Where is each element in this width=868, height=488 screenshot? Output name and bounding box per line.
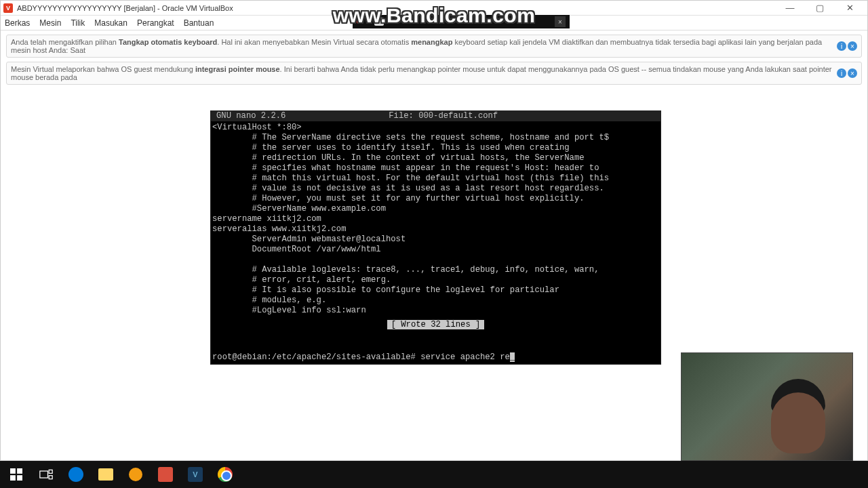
minimize-button[interactable]: — [775,1,805,16]
file-explorer-icon[interactable] [92,461,119,488]
info-icon[interactable]: i [837,41,846,51]
nano-body[interactable]: <VirtualHost *:80> # The ServerName dire… [211,121,660,316]
svg-rect-0 [10,468,16,474]
svg-rect-2 [10,475,16,481]
shell-prompt[interactable]: root@debian:/etc/apache2/sites-available… [212,352,515,363]
info-dismiss-icon[interactable]: × [848,68,857,78]
svg-rect-5 [49,470,52,473]
menu-berkas[interactable]: Berkas [5,18,30,28]
svg-rect-3 [17,475,22,481]
virtualbox-icon: V [3,3,13,13]
menu-mesin[interactable]: Mesin [39,18,61,28]
virtualbox-taskbar-icon[interactable]: V [182,461,209,488]
info-icon[interactable]: i [837,68,846,78]
info-dismiss-icon[interactable]: × [848,41,857,51]
maximize-button[interactable]: ▢ [805,1,835,16]
svg-rect-1 [17,468,22,474]
cursor: _ [510,352,515,362]
close-button[interactable]: ✕ [835,1,865,16]
window-title: ABDYYYYYYYYYYYYYYYYYY [Berjalan] - Oracl… [17,4,233,12]
webcam-overlay[interactable] [681,352,853,461]
svg-rect-6 [49,476,52,479]
svg-rect-4 [40,471,48,478]
info-keyboard-capture: Anda telah mengaktifkan pilihan Tangkap … [6,35,862,58]
taskbar[interactable]: V [0,461,868,488]
app-orange-icon[interactable] [122,461,149,488]
edge-icon[interactable] [62,461,90,488]
bandicam-icon[interactable] [152,461,179,488]
nano-file-label: File: 000-default.conf [285,111,601,121]
menu-bantuan[interactable]: Bantuan [184,18,214,28]
bandicam-watermark: www.Bandicam.com [333,4,536,27]
menu-tilik[interactable]: Tilik [71,18,85,28]
nano-status: [ Wrote 32 lines ] [211,320,660,330]
guest-terminal[interactable]: GNU nano 2.2.6 File: 000-default.conf <V… [210,110,661,365]
task-view-button[interactable] [33,461,60,488]
menu-masukan[interactable]: Masukan [94,18,127,28]
chrome-icon[interactable] [212,461,239,488]
bandicam-close-icon[interactable]: × [555,16,566,27]
start-button[interactable] [3,461,30,488]
menu-perangkat[interactable]: Perangkat [137,18,174,28]
info-mouse-integration: Mesin Virtual melaporkan bahwa OS guest … [6,62,862,85]
nano-version: GNU nano 2.2.6 [216,111,285,121]
nano-header: GNU nano 2.2.6 File: 000-default.conf [211,111,660,121]
